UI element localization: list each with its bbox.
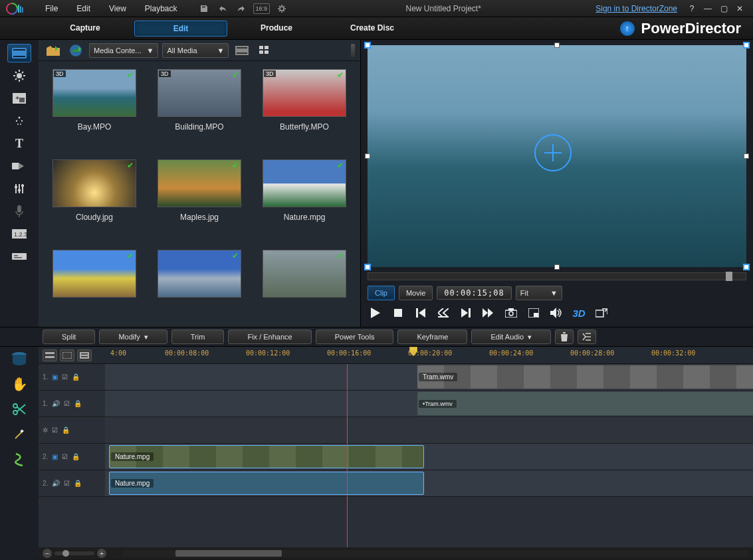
curve-tool-icon[interactable]	[9, 450, 29, 469]
menu-view[interactable]: View	[100, 4, 136, 13]
view-mode-icon[interactable]	[255, 43, 274, 58]
visibility-icon[interactable]: ☑	[62, 373, 68, 381]
menu-playback[interactable]: Playback	[136, 4, 187, 13]
preview-seekbar[interactable]	[368, 272, 746, 280]
aspect-ratio-button[interactable]: 16:9	[253, 3, 270, 14]
voiceover-room-icon[interactable]	[7, 202, 31, 221]
maximize-icon[interactable]: ▢	[718, 3, 730, 14]
more-options-icon[interactable]	[578, 329, 596, 344]
clip-tram-audio[interactable]: •Tram.wmv	[417, 392, 753, 415]
play-icon[interactable]	[368, 306, 383, 320]
clip-nature-audio[interactable]: Nature.mpg	[109, 472, 424, 495]
lock-icon[interactable]: 🔒	[74, 400, 82, 407]
timeline-ruler[interactable]: 4:0000:00:08:0000:00:12:0000:00:16:0000:…	[105, 347, 753, 363]
snapshot-icon[interactable]	[503, 306, 519, 320]
tab-produce[interactable]: Produce	[230, 21, 323, 37]
tab-edit[interactable]: Edit	[134, 21, 227, 37]
library-menu-icon[interactable]	[233, 43, 251, 58]
media-thumbnail[interactable]: 3D✔Building.MPO	[152, 69, 247, 147]
media-thumbnail[interactable]: ✔	[257, 250, 352, 319]
zoom-out-icon[interactable]: −	[43, 549, 52, 558]
transition-room-icon[interactable]	[7, 157, 31, 175]
redo-icon[interactable]	[235, 3, 248, 14]
movie-mode-button[interactable]: Movie	[399, 286, 433, 300]
prev-frame-icon[interactable]	[413, 306, 429, 320]
magic-wand-icon[interactable]	[9, 425, 29, 444]
subtitle-room-icon[interactable]	[7, 247, 31, 266]
zoom-in-icon[interactable]: +	[97, 549, 106, 558]
library-splitter[interactable]	[351, 44, 355, 57]
zoom-fit-dropdown[interactable]: Fit▼	[516, 286, 562, 300]
media-thumbnail[interactable]: 3D✔Butterfly.MPO	[257, 69, 352, 147]
visibility-icon[interactable]: ☑	[64, 400, 70, 407]
media-thumbnail[interactable]: ✔Maples.jpg	[152, 159, 247, 238]
clip-nature-video[interactable]: Nature.mpg	[109, 445, 424, 468]
media-thumbnail[interactable]: 3D✔Bay.MPO	[47, 69, 142, 147]
playhead-line[interactable]	[347, 364, 348, 547]
folder-dropdown[interactable]: Media Conte...▼	[89, 43, 158, 58]
upload-icon[interactable]: ↑	[620, 21, 635, 36]
settings-icon[interactable]	[275, 3, 288, 14]
help-icon[interactable]: ?	[686, 3, 698, 14]
menu-edit[interactable]: Edit	[67, 4, 100, 13]
tab-capture[interactable]: Capture	[39, 21, 132, 37]
chapter-room-icon[interactable]: 1.2.3	[7, 225, 31, 243]
track-view-1-icon[interactable]	[43, 349, 57, 361]
close-icon[interactable]: ✕	[734, 3, 746, 14]
tab-create-disc[interactable]: Create Disc	[326, 21, 419, 37]
particle-room-icon[interactable]	[7, 112, 31, 130]
keyframe-button[interactable]: Keyframe	[397, 329, 467, 344]
lock-icon[interactable]: 🔒	[62, 426, 70, 434]
media-thumbnail[interactable]: ✔Cloudy.jpg	[47, 159, 142, 238]
pip-room-icon[interactable]: ✦	[7, 89, 31, 108]
scissors-icon[interactable]	[9, 400, 29, 419]
zoom-slider[interactable]	[54, 551, 94, 555]
clip-tram-video[interactable]: Tram.wmv	[417, 365, 753, 389]
track-view-2-icon[interactable]	[60, 349, 74, 361]
media-thumbnail[interactable]: ✔Nature.mpg	[257, 159, 352, 238]
lock-icon[interactable]: 🔒	[72, 373, 80, 381]
effect-room-icon[interactable]	[7, 66, 31, 85]
preview-quality-icon[interactable]	[593, 306, 609, 320]
media-room-icon[interactable]	[7, 44, 31, 62]
stop-icon[interactable]	[390, 306, 406, 320]
undo-icon[interactable]	[216, 3, 229, 14]
dock-preview-icon[interactable]	[526, 306, 542, 320]
timeline-scrollbar[interactable]	[122, 550, 749, 557]
clip-mode-button[interactable]: Clip	[368, 286, 395, 300]
media-thumbnail[interactable]: ✔	[47, 250, 142, 319]
visibility-icon[interactable]: ☑	[52, 426, 58, 434]
preview-canvas[interactable]	[368, 45, 746, 267]
download-media-icon[interactable]	[66, 43, 85, 58]
media-thumbnail[interactable]: ✔	[152, 250, 247, 319]
volume-icon[interactable]	[548, 306, 564, 320]
mixing-room-icon[interactable]	[7, 179, 31, 198]
filter-dropdown[interactable]: All Media▼	[162, 43, 229, 58]
modify-button[interactable]: Modify▾	[99, 329, 167, 344]
fix-enhance-button[interactable]: Fix / Enhance	[228, 329, 311, 344]
track-view-3-icon[interactable]	[77, 349, 92, 361]
visibility-icon[interactable]: ☑	[62, 453, 68, 460]
lock-icon[interactable]: 🔒	[72, 453, 80, 460]
save-icon[interactable]	[197, 3, 211, 14]
timecode-display[interactable]: 00:00:15;08	[437, 286, 511, 300]
edit-audio-button[interactable]: Edit Audio▾	[471, 329, 551, 344]
power-tools-button[interactable]: Power Tools	[316, 329, 394, 344]
3d-button[interactable]: 3D	[571, 306, 587, 320]
step-back-icon[interactable]	[435, 306, 451, 320]
menu-file[interactable]: File	[36, 4, 67, 13]
trim-button[interactable]: Trim	[171, 329, 225, 344]
hand-tool-icon[interactable]: ✋	[9, 375, 29, 393]
signin-link[interactable]: Sign in to DirectorZone	[595, 4, 677, 13]
fast-forward-icon[interactable]	[481, 306, 496, 320]
visibility-icon[interactable]: ☑	[64, 480, 70, 487]
trashcan-3d-icon[interactable]	[9, 349, 29, 368]
next-frame-icon[interactable]	[458, 306, 474, 320]
minimize-icon[interactable]: —	[702, 3, 714, 14]
import-media-icon[interactable]	[44, 43, 62, 58]
title-room-icon[interactable]: T	[7, 134, 31, 153]
lock-icon[interactable]: 🔒	[74, 480, 82, 487]
trash-icon[interactable]	[555, 329, 574, 344]
split-button[interactable]: Split	[43, 329, 95, 344]
crosshair-icon[interactable]	[534, 134, 572, 171]
